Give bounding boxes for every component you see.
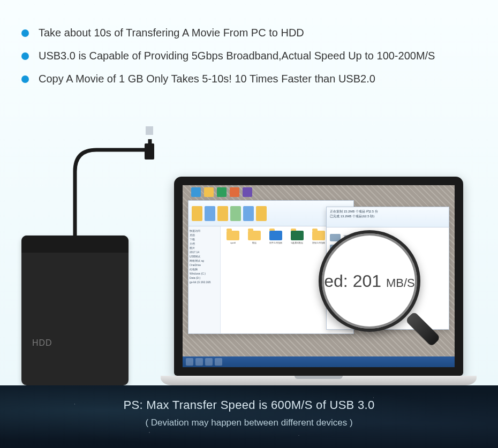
drive-usage-bar <box>344 259 397 262</box>
bullet-text: Copy A Movie of 1 GB Only Takes 5-10s! 1… <box>39 73 375 85</box>
product-illustration: HDD <box>0 139 498 385</box>
laptop-bezel: 快速访问 桌面 下载 文档 图片 2017.14 USB测试 网络测试 sg O… <box>174 177 463 376</box>
sidebar-item: 下载 <box>190 237 219 241</box>
sidebar-item: USB测试 <box>190 254 219 259</box>
usb-plug-icon <box>145 135 154 160</box>
bullet-text: USB3.0 is Capable of Providing 5Gbps Bro… <box>39 50 435 62</box>
sidebar-item: 2017.14 <box>190 250 219 254</box>
drive-row: Data (D:) <box>330 255 446 263</box>
bullet-item: Take about 10s of Transfering A Movie Fr… <box>21 27 477 39</box>
feature-bullet-list: Take about 10s of Transfering A Movie Fr… <box>21 27 477 85</box>
word-file-icon: 软件工作指南 <box>268 231 284 249</box>
sidebar-item: 文档 <box>190 241 219 246</box>
hdd-label: HDD <box>32 338 52 348</box>
explorer-sidebar: 快速访问 桌面 下载 文档 图片 2017.14 USB测试 网络测试 sg O… <box>188 226 221 333</box>
drive-usage-bar <box>344 238 397 241</box>
sidebar-item: 网络测试 sg <box>190 259 219 263</box>
bullet-item: USB3.0 is Capable of Providing 5Gbps Bro… <box>21 50 477 62</box>
ribbon-icon <box>205 206 215 221</box>
taskbar-icon <box>215 358 222 366</box>
footer-section: PS: Max Transfer Speed is 600M/S of USB … <box>0 385 498 448</box>
taskbar-icon <box>205 358 213 366</box>
drive-list: Windows (C:) Data (D:) <box>327 227 449 269</box>
app-icon <box>230 187 239 197</box>
sidebar-item: Windows (C:) <box>190 271 219 276</box>
drive-icon <box>330 255 341 263</box>
footer-deviation-text: ( Deviation may happen between different… <box>0 417 498 428</box>
copy-dialog-window: 正在复制 15.2MB 个项目:约2.5 分 已完成 13.2MB 个项目(62… <box>326 207 449 330</box>
sidebar-item: 此电脑 <box>190 267 219 271</box>
top-section: Take about 10s of Transfering A Movie Fr… <box>0 0 498 385</box>
copy-dialog-subtitle: 已完成 13.2MB 个项目(62.5 秒) <box>330 214 446 219</box>
ribbon-icon <box>243 206 254 221</box>
sidebar-item: 图片 <box>190 246 219 250</box>
ribbon-icon <box>256 206 267 221</box>
laptop: 快速访问 桌面 下载 文档 图片 2017.14 USB测试 网络测试 sg O… <box>161 177 477 385</box>
app-icon <box>217 187 227 197</box>
bullet-item: Copy A Movie of 1 GB Only Takes 5-10s! 1… <box>21 73 477 85</box>
sidebar-item: go-bit (G:192.168. <box>190 280 219 284</box>
footer-ps-text: PS: Max Transfer Speed is 600M/S of USB … <box>0 398 498 412</box>
sidebar-item: Data (D:) <box>190 276 219 280</box>
copy-dialog-title: 正在复制 15.2MB 个项目:约2.5 分 <box>330 209 446 214</box>
folder-icon: 数据 <box>246 231 262 249</box>
sidebar-item: 快速访问 <box>190 229 219 233</box>
sidebar-item: OneDrive <box>190 263 219 267</box>
taskbar-icon <box>195 358 203 366</box>
drive-icon <box>330 245 341 252</box>
folder-icon: apcld <box>225 231 241 249</box>
desktop-icon-row <box>191 187 252 197</box>
hdd-body: HDD <box>21 236 129 385</box>
laptop-base <box>161 376 477 385</box>
ribbon-icon <box>192 206 202 221</box>
bullet-text: Take about 10s of Transfering A Movie Fr… <box>39 27 304 39</box>
folder-icon: 发现工作指南 <box>311 231 327 249</box>
copy-dialog-header: 正在复制 15.2MB 个项目:约2.5 分 已完成 13.2MB 个项目(62… <box>327 207 449 227</box>
ribbon-icon <box>230 206 241 221</box>
drive-row: Windows (C:) <box>330 234 446 241</box>
excel-file-icon: U盘测试数据 <box>289 231 305 249</box>
windows-taskbar <box>183 356 455 367</box>
drive-usage-bar <box>344 248 397 252</box>
app-icon <box>243 187 252 197</box>
drive-icon <box>330 234 341 241</box>
bullet-icon <box>21 52 29 60</box>
bullet-icon <box>21 75 29 83</box>
sidebar-item: 桌面 <box>190 233 219 237</box>
laptop-screen: 快速访问 桌面 下载 文档 图片 2017.14 USB测试 网络测试 sg O… <box>183 185 455 367</box>
app-icon <box>191 187 201 197</box>
drive-row: Data (D:) <box>330 245 446 252</box>
hdd-device: HDD <box>21 236 129 385</box>
app-icon <box>204 187 214 197</box>
taskbar-icon <box>186 358 193 366</box>
bullet-icon <box>21 29 29 37</box>
ribbon-icon <box>217 206 228 221</box>
